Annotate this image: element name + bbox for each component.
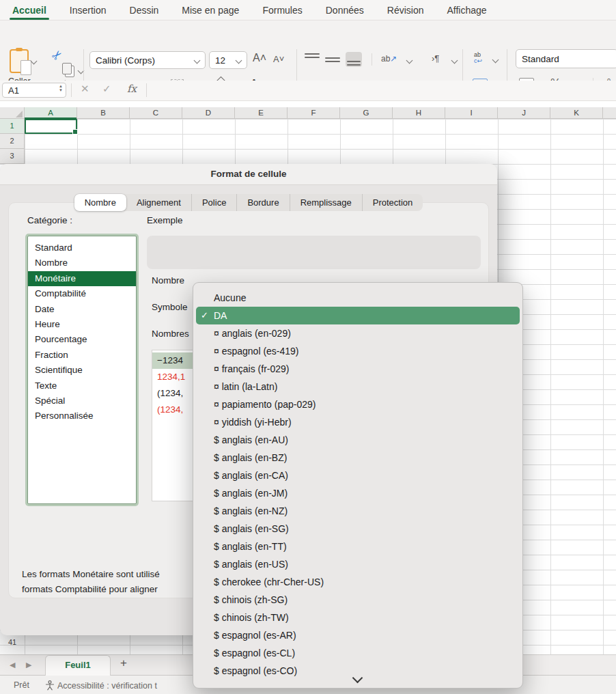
- next-sheet-icon[interactable]: ▶: [26, 661, 31, 669]
- column-header[interactable]: F: [288, 107, 340, 119]
- symbol-option-label: $ espagnol (es-CO): [214, 665, 297, 676]
- category-item[interactable]: Scientifique: [28, 363, 136, 378]
- wrap-text-icon[interactable]: ab c↩: [474, 52, 482, 64]
- align-top-icon[interactable]: [305, 53, 320, 66]
- row-header-41[interactable]: 41: [0, 638, 25, 646]
- dialog-tab[interactable]: Police: [191, 194, 236, 211]
- column-header[interactable]: I: [445, 107, 498, 119]
- text-direction-icon[interactable]: ›¶: [432, 53, 439, 64]
- dialog-tab[interactable]: Nombre: [74, 194, 126, 211]
- column-header[interactable]: D: [182, 107, 235, 119]
- ribbon-tab[interactable]: Affichage: [447, 0, 486, 20]
- symbol-option[interactable]: ✓¤ yiddish (yi-Hebr): [196, 413, 520, 431]
- category-item[interactable]: Fraction: [28, 348, 136, 363]
- category-item[interactable]: Texte: [28, 378, 136, 393]
- column-header[interactable]: G: [340, 107, 393, 119]
- align-bottom-icon[interactable]: [346, 52, 362, 67]
- symbol-option[interactable]: ✓Aucune: [196, 289, 520, 307]
- cut-scissors-icon[interactable]: ✂: [48, 46, 66, 64]
- accessibility-status[interactable]: Accessibilité : vérification t: [45, 680, 157, 691]
- category-item[interactable]: Nombre: [28, 255, 136, 270]
- category-item[interactable]: Personnalisée: [28, 408, 136, 424]
- dialog-tab[interactable]: Alignement: [126, 194, 191, 211]
- enter-icon[interactable]: ✓: [102, 83, 111, 95]
- category-item[interactable]: Heure: [28, 317, 136, 332]
- category-item[interactable]: Standard: [28, 240, 136, 255]
- column-header[interactable]: H: [393, 107, 445, 119]
- category-item[interactable]: Spécial: [28, 393, 136, 408]
- symbol-option[interactable]: ✓$ anglais (en-SG): [196, 520, 520, 538]
- category-item[interactable]: Pourcentage: [28, 332, 136, 347]
- selected-cell-a1[interactable]: [25, 119, 77, 134]
- increase-font-icon[interactable]: A˄: [253, 52, 266, 64]
- decrease-font-icon[interactable]: A˅: [273, 54, 284, 64]
- dialog-tab[interactable]: Bordure: [236, 194, 289, 211]
- symbol-option[interactable]: ✓¤ français (fr-029): [196, 360, 520, 378]
- column-header[interactable]: A: [25, 107, 77, 119]
- orientation-chevron-down-icon[interactable]: [406, 57, 413, 64]
- category-item[interactable]: Date: [28, 302, 136, 317]
- category-item[interactable]: Comptabilité: [28, 286, 136, 301]
- font-name-value: Calibri (Corps): [96, 55, 155, 66]
- symbol-option[interactable]: ✓$ anglais (en-US): [196, 555, 520, 573]
- symbol-option[interactable]: ✓¤ papiamento (pap-029): [196, 395, 520, 413]
- category-list: Standard Nombre Monétaire Comptabilité D…: [27, 236, 137, 504]
- copy-icon[interactable]: [65, 66, 74, 77]
- number-format-select[interactable]: Standard: [516, 49, 616, 68]
- prev-sheet-icon[interactable]: ◀: [10, 661, 15, 669]
- symbol-option[interactable]: ✓$ anglais (en-TT): [196, 538, 520, 555]
- name-box-stepper[interactable]: ▲▼: [59, 84, 63, 92]
- ribbon-tab[interactable]: Insertion: [70, 0, 107, 20]
- font-size-select[interactable]: 12: [209, 51, 247, 69]
- symbol-option[interactable]: ✓$ anglais (en-BZ): [196, 449, 520, 467]
- row-header[interactable]: 2: [0, 134, 25, 149]
- column-header[interactable]: E: [235, 107, 288, 119]
- symbol-option[interactable]: ✓¤ anglais (en-029): [196, 324, 520, 342]
- symbol-option[interactable]: ✓DA: [196, 307, 520, 324]
- symbol-option[interactable]: ✓$ anglais (en-AU): [196, 431, 520, 449]
- symbol-option-label: $ anglais (en-CA): [214, 470, 288, 481]
- symbol-option[interactable]: ✓¤ espagnol (es-419): [196, 342, 520, 360]
- name-box[interactable]: A1 ▲▼: [2, 83, 66, 98]
- dialog-tab[interactable]: Remplissage: [290, 194, 362, 211]
- paste-clipboard-icon[interactable]: [10, 49, 29, 73]
- dialog-tab[interactable]: Protection: [362, 194, 423, 211]
- row-header[interactable]: 3: [0, 149, 25, 164]
- decimals-field-label: Nombre: [152, 275, 184, 286]
- fx-icon[interactable]: fx: [127, 83, 137, 95]
- column-header[interactable]: J: [498, 107, 550, 119]
- ribbon-tab[interactable]: Accueil: [12, 0, 46, 20]
- add-sheet-button[interactable]: +: [120, 656, 127, 670]
- row-header[interactable]: 1: [0, 119, 25, 134]
- symbol-option[interactable]: ✓$ cherokee (chr-Cher-US): [196, 573, 520, 591]
- font-size-value: 12: [215, 55, 225, 66]
- ribbon-tab[interactable]: Formules: [262, 0, 302, 20]
- symbol-option[interactable]: ✓¤ latin (la-Latn): [196, 378, 520, 395]
- align-middle-icon[interactable]: [325, 53, 340, 66]
- symbol-option[interactable]: ✓$ espagnol (es-CL): [196, 644, 520, 662]
- symbol-option[interactable]: ✓$ anglais (en-NZ): [196, 502, 520, 520]
- cancel-icon[interactable]: ✕: [81, 83, 89, 95]
- ribbon-separator: [372, 53, 372, 66]
- category-item[interactable]: Monétaire: [28, 271, 136, 286]
- ribbon-tab[interactable]: Mise en page: [182, 0, 239, 20]
- symbol-option[interactable]: ✓$ anglais (en-JM): [196, 484, 520, 502]
- column-header[interactable]: K: [550, 107, 603, 119]
- symbol-option-label: Aucune: [214, 292, 246, 303]
- symbol-option[interactable]: ✓$ chinois (zh-SG): [196, 591, 520, 609]
- ribbon-tab[interactable]: Dessin: [130, 0, 159, 20]
- font-name-select[interactable]: Calibri (Corps): [89, 51, 206, 69]
- symbol-option[interactable]: ✓$ espagnol (es-AR): [196, 626, 520, 644]
- sheet-tab-feuil1[interactable]: Feuil1: [45, 655, 111, 676]
- direction-chevron-down-icon[interactable]: [451, 57, 458, 64]
- ribbon-tab[interactable]: Données: [326, 0, 364, 20]
- symbol-option[interactable]: ✓$ anglais (en-CA): [196, 467, 520, 484]
- wrap-chevron-down-icon[interactable]: [492, 57, 499, 64]
- column-header[interactable]: B: [77, 107, 130, 119]
- orientation-icon[interactable]: ab↗: [381, 54, 397, 64]
- select-all-corner[interactable]: [0, 107, 25, 119]
- ribbon-tab[interactable]: Révision: [387, 0, 424, 20]
- paste-chevron-down-icon[interactable]: [31, 58, 38, 65]
- symbol-option[interactable]: ✓$ chinois (zh-TW): [196, 609, 520, 626]
- column-header[interactable]: C: [130, 107, 182, 119]
